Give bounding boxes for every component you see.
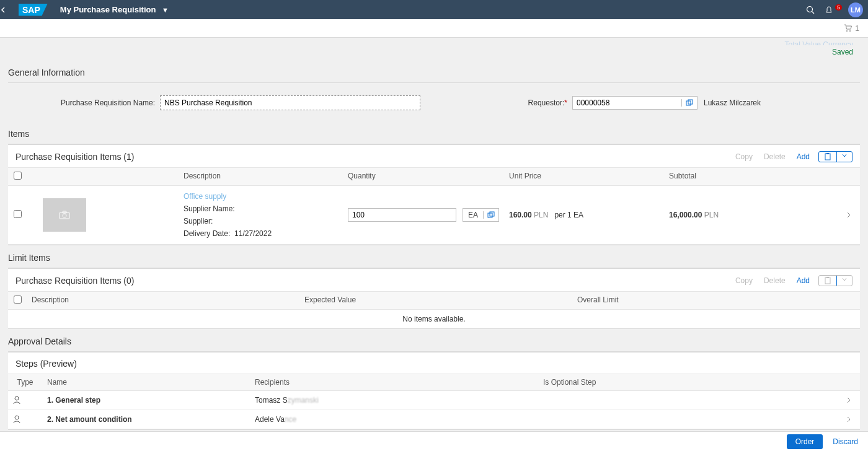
svg-point-2 <box>846 30 848 32</box>
limit-column-headers: Description Expected Value Overall Limit <box>8 291 860 310</box>
row-nav-chevron[interactable] <box>841 411 860 427</box>
pr-name-label: Purchase Requisition Name: <box>61 99 155 107</box>
paste-icon[interactable] <box>819 152 836 162</box>
svg-rect-7 <box>826 153 829 154</box>
delivery-date-label: Delivery Date: <box>184 229 230 238</box>
person-icon <box>8 410 42 429</box>
pr-name-input[interactable] <box>160 95 420 110</box>
svg-point-16 <box>15 416 19 419</box>
footer-bar: Order Discard <box>0 431 868 451</box>
paste-button-group[interactable] <box>818 275 852 286</box>
step-name: 2. Net amount condition <box>47 415 132 424</box>
value-help-icon[interactable] <box>681 99 697 107</box>
status-saved: Saved <box>0 48 853 56</box>
table-row: 2. Net amount condition Adele Vance <box>8 410 860 429</box>
unit-price-per: per 1 EA <box>554 211 583 219</box>
discard-button[interactable]: Discard <box>833 437 858 446</box>
col-subtotal: Subtotal <box>664 168 841 185</box>
unit-value: EA <box>463 211 483 219</box>
cart-icon[interactable] <box>844 24 852 32</box>
items-table-container: Purchase Requisition Items (1) Copy Dele… <box>8 144 860 245</box>
section-limit-items: Limit Items <box>8 249 860 268</box>
col-description: Description <box>27 292 299 309</box>
requestor-input-group <box>572 96 698 110</box>
chevron-down-icon[interactable] <box>836 276 852 286</box>
section-items: Items <box>8 125 860 144</box>
paste-button-group[interactable] <box>818 151 852 162</box>
svg-rect-6 <box>825 154 830 160</box>
notifications-icon[interactable]: 5 <box>825 6 843 14</box>
status-area: Total Value Currency Saved <box>0 38 868 64</box>
approval-table-container: Steps (Preview) Type Name Recipients Is … <box>8 352 860 430</box>
copy-button[interactable]: Copy <box>735 152 753 161</box>
row-nav-chevron[interactable] <box>841 392 860 408</box>
item-description-link[interactable]: Office supply <box>184 192 338 201</box>
col-overall: Overall Limit <box>572 292 860 309</box>
subtotal-currency: PLN <box>704 211 719 219</box>
col-quantity: Quantity <box>343 168 504 185</box>
copy-button[interactable]: Copy <box>735 276 753 285</box>
delete-button[interactable]: Delete <box>764 152 786 161</box>
section-approval: Approval Details <box>8 333 860 352</box>
row-nav-chevron[interactable] <box>841 206 860 224</box>
no-items-text: No items available. <box>8 310 860 328</box>
items-table-title: Purchase Requisition Items (1) <box>16 152 134 162</box>
recipient-name: Adele Va <box>255 415 285 424</box>
shell-header: SAP My Purchase Requisition ▼ 5 LM <box>0 0 868 19</box>
back-button[interactable] <box>0 7 19 13</box>
select-all-checkbox[interactable] <box>14 172 22 180</box>
order-button[interactable]: Order <box>787 434 823 449</box>
col-description: Description <box>179 168 343 185</box>
approval-column-headers: Type Name Recipients Is Optional Step <box>8 374 860 391</box>
section-general-info: General Information <box>8 64 860 83</box>
col-type: Type <box>8 374 42 390</box>
chevron-down-icon: ▼ <box>162 6 169 14</box>
svg-rect-13 <box>825 278 830 284</box>
unit-price-currency: PLN <box>534 211 548 219</box>
cart-count: 1 <box>855 24 859 33</box>
items-column-headers: Description Quantity Unit Price Subtotal <box>8 167 860 186</box>
col-optional: Is Optional Step <box>538 374 841 390</box>
search-icon[interactable] <box>806 6 825 14</box>
avatar[interactable]: LM <box>848 2 863 17</box>
svg-point-0 <box>807 6 813 12</box>
unit-price-value: 160.00 <box>509 211 532 219</box>
add-button[interactable]: Add <box>797 276 810 285</box>
value-help-icon[interactable] <box>483 211 498 219</box>
table-row: 1. General step Tomasz Szymanski <box>8 391 860 410</box>
app-title[interactable]: My Purchase Requisition ▼ <box>60 5 169 14</box>
svg-rect-14 <box>826 277 829 278</box>
limit-table-container: Purchase Requisition Items (0) Copy Dele… <box>8 268 860 329</box>
add-button[interactable]: Add <box>797 152 810 161</box>
quantity-input[interactable] <box>348 208 456 222</box>
svg-point-10 <box>63 214 66 217</box>
sap-logo: SAP <box>19 4 48 16</box>
col-unit-price: Unit Price <box>504 168 664 185</box>
svg-line-1 <box>812 11 815 14</box>
requestor-input[interactable] <box>573 99 681 107</box>
col-expected: Expected Value <box>299 292 572 309</box>
svg-point-15 <box>15 396 19 400</box>
cart-bar: 1 <box>0 19 868 38</box>
col-name: Name <box>42 374 250 390</box>
unit-input-group: EA <box>463 208 499 222</box>
approval-table-title: Steps (Preview) <box>16 359 77 369</box>
general-info-form: Purchase Requisition Name: Requestor:* L… <box>8 83 860 125</box>
supplier-label: Supplier: <box>184 217 213 226</box>
chevron-down-icon[interactable] <box>836 152 852 162</box>
delivery-date-value: 11/27/2022 <box>234 229 272 238</box>
step-name: 1. General step <box>47 396 100 405</box>
paste-icon[interactable] <box>819 276 836 286</box>
person-icon <box>8 391 42 409</box>
supplier-name-label: Supplier Name: <box>184 204 235 213</box>
svg-point-3 <box>849 30 851 32</box>
limit-table-title: Purchase Requisition Items (0) <box>16 276 134 286</box>
notification-badge: 5 <box>835 4 842 11</box>
select-all-checkbox[interactable] <box>14 296 22 304</box>
delete-button[interactable]: Delete <box>764 276 786 285</box>
status-line-1: Total Value Currency <box>0 40 853 45</box>
row-checkbox[interactable] <box>14 210 22 218</box>
table-row: Office supply Supplier Name: Supplier: D… <box>8 186 860 245</box>
app-title-text: My Purchase Requisition <box>60 5 156 14</box>
col-recipients: Recipients <box>250 374 538 390</box>
